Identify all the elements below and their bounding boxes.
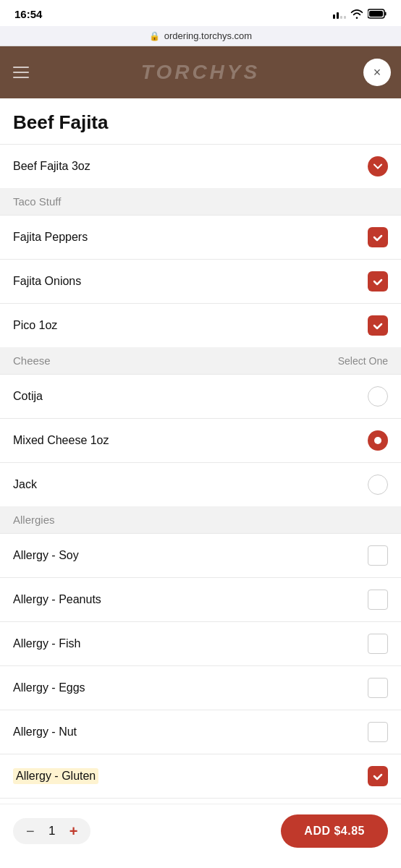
allergy-nut-checkbox[interactable]	[368, 722, 388, 742]
fajita-peppers-checkbox[interactable]	[368, 227, 388, 247]
cotija-row[interactable]: Cotija	[0, 374, 401, 418]
status-time: 16:54	[14, 8, 42, 20]
close-button[interactable]: ×	[363, 59, 391, 86]
cotija-radio[interactable]	[368, 386, 388, 407]
app-logo: TORCHYS	[141, 61, 260, 84]
status-bar: 16:54	[0, 0, 401, 26]
mixed-cheese-row[interactable]: Mixed Cheese 1oz	[0, 418, 401, 462]
allergy-eggs-checkbox[interactable]	[368, 678, 388, 698]
allergy-peanuts-row[interactable]: Allergy - Peanuts	[0, 577, 401, 621]
svg-rect-0	[333, 14, 335, 19]
allergy-fish-row[interactable]: Allergy - Fish	[0, 621, 401, 665]
cotija-label: Cotija	[13, 390, 43, 403]
allergy-gluten-checkbox[interactable]	[368, 766, 388, 786]
allergy-gluten-label: Allergy - Gluten	[13, 768, 98, 784]
svg-rect-3	[344, 16, 346, 19]
allergies-section-header: Allergies	[0, 506, 401, 533]
fajita-peppers-label: Fajita Peppers	[13, 231, 88, 244]
allergy-peanuts-label: Allergy - Peanuts	[13, 593, 101, 606]
pico-row[interactable]: Pico 1oz	[0, 303, 401, 347]
mixed-cheese-label: Mixed Cheese 1oz	[13, 434, 109, 447]
svg-rect-6	[369, 11, 383, 17]
mixed-cheese-radio[interactable]	[368, 430, 388, 451]
jack-radio[interactable]	[368, 475, 388, 495]
allergy-peanuts-checkbox[interactable]	[368, 590, 388, 610]
allergy-fish-checkbox[interactable]	[368, 634, 388, 654]
quantity-value: 1	[46, 824, 58, 838]
cheese-title: Cheese	[13, 354, 51, 367]
allergy-eggs-label: Allergy - Eggs	[13, 681, 85, 694]
beef-fajita-row[interactable]: Beef Fajita 3oz	[0, 144, 401, 188]
quantity-plus-button[interactable]: +	[69, 824, 78, 838]
lock-icon: 🔒	[149, 31, 160, 41]
allergies-title: Allergies	[13, 514, 55, 526]
cheese-section-header: Cheese Select One	[0, 347, 401, 374]
allergy-nut-label: Allergy - Nut	[13, 726, 77, 739]
fajita-peppers-row[interactable]: Fajita Peppers	[0, 215, 401, 259]
app-header: TORCHYS ×	[0, 46, 401, 98]
status-icons	[333, 9, 387, 19]
allergy-soy-checkbox[interactable]	[368, 545, 388, 566]
quantity-minus-button[interactable]: −	[26, 824, 35, 838]
svg-rect-5	[385, 12, 387, 16]
taco-stuff-title: Taco Stuff	[13, 195, 61, 208]
fajita-onions-label: Fajita Onions	[13, 275, 81, 288]
pico-label: Pico 1oz	[13, 319, 57, 332]
cheese-select-one: Select One	[338, 355, 388, 367]
allergy-nut-row[interactable]: Allergy - Nut	[0, 710, 401, 754]
add-to-order-button[interactable]: ADD $4.85	[281, 814, 388, 848]
hamburger-icon[interactable]	[13, 67, 29, 78]
beef-fajita-label: Beef Fajita 3oz	[13, 160, 90, 173]
jack-row[interactable]: Jack	[0, 462, 401, 506]
dropdown-icon[interactable]	[368, 156, 388, 176]
svg-rect-1	[337, 12, 339, 19]
taco-stuff-section-header: Taco Stuff	[0, 188, 401, 215]
browser-url: ordering.torchys.com	[164, 30, 252, 41]
fajita-onions-checkbox[interactable]	[368, 271, 388, 292]
jack-label: Jack	[13, 478, 37, 491]
pico-checkbox[interactable]	[368, 315, 388, 336]
allergy-fish-label: Allergy - Fish	[13, 637, 80, 650]
allergy-soy-row[interactable]: Allergy - Soy	[0, 533, 401, 577]
page-title: Beef Fajita	[0, 98, 401, 144]
battery-icon	[368, 9, 387, 19]
wifi-icon	[350, 9, 363, 19]
main-content: Beef Fajita Beef Fajita 3oz Taco Stuff F…	[0, 98, 401, 868]
allergy-soy-label: Allergy - Soy	[13, 549, 79, 562]
svg-rect-2	[340, 16, 342, 19]
signal-icon	[333, 9, 346, 19]
bottom-bar: − 1 + ADD $4.85	[0, 804, 401, 868]
quantity-control: − 1 +	[13, 818, 90, 844]
allergy-gluten-row[interactable]: Allergy - Gluten	[0, 754, 401, 798]
allergy-eggs-row[interactable]: Allergy - Eggs	[0, 665, 401, 710]
fajita-onions-row[interactable]: Fajita Onions	[0, 259, 401, 303]
browser-bar: 🔒 ordering.torchys.com	[0, 26, 401, 46]
